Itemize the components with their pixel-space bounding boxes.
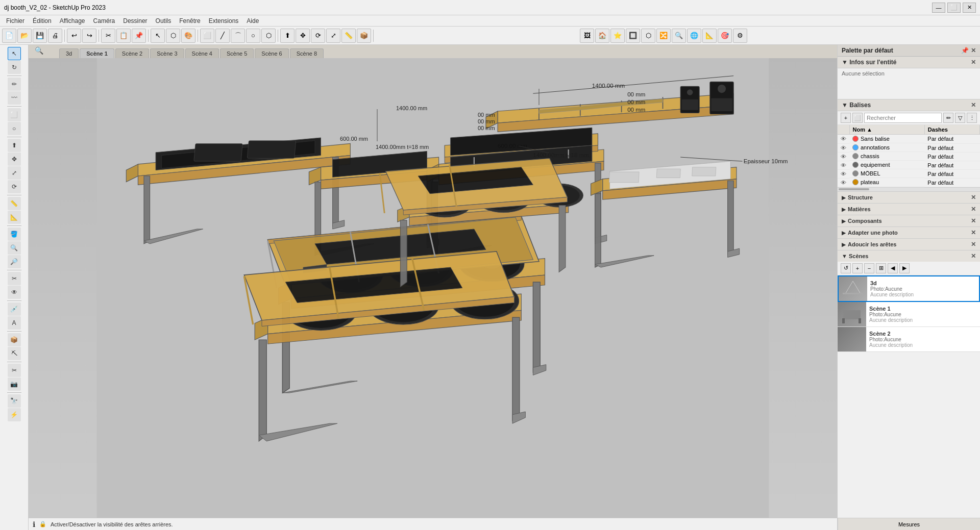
tab-scene8[interactable]: Scène 8 bbox=[290, 48, 324, 58]
menu-camera[interactable]: Caméra bbox=[89, 16, 119, 26]
balise-row-chassis[interactable]: 👁 chassis Par défaut bbox=[838, 152, 980, 161]
scale-button[interactable]: ⤢ bbox=[326, 29, 340, 43]
style-button-8[interactable]: 🌐 bbox=[687, 29, 701, 43]
scene-add-button[interactable]: + bbox=[852, 263, 863, 273]
eye-plateau[interactable]: 👁 bbox=[841, 180, 846, 186]
balise-search-input[interactable] bbox=[864, 113, 942, 123]
advanced-tool-1[interactable]: 🔭 bbox=[8, 394, 21, 408]
section-tool[interactable]: ✂ bbox=[8, 364, 21, 377]
structure-header[interactable]: ▶Structure ✕ bbox=[838, 192, 980, 203]
redo-button[interactable]: ↪ bbox=[82, 29, 96, 43]
scenes-header[interactable]: ▼ Scènes ✕ bbox=[838, 250, 980, 262]
balise-row-sans[interactable]: 👁 Sans balise Par défaut bbox=[838, 135, 980, 144]
pencil-tool[interactable]: ✏ bbox=[8, 78, 21, 91]
eraser-tool[interactable]: ✂ bbox=[8, 272, 21, 285]
paint-button[interactable]: 🎨 bbox=[181, 29, 195, 43]
scene-card-scene1[interactable]: Scène 1 Photo:Aucune Aucune description bbox=[838, 302, 980, 327]
minimize-button[interactable]: — bbox=[932, 3, 945, 13]
infos-close-icon[interactable]: ✕ bbox=[971, 59, 976, 66]
tab-scene5[interactable]: Scène 5 bbox=[220, 48, 254, 58]
scene-card-3d[interactable]: 3d Photo:Aucune Aucune description bbox=[838, 275, 980, 302]
balise-row-annotations[interactable]: 👁 annotations Par défaut bbox=[838, 143, 980, 152]
lock-icon[interactable]: 🔒 bbox=[39, 521, 46, 527]
photo-tool[interactable]: 📷 bbox=[8, 377, 21, 391]
structure-close-icon[interactable]: ✕ bbox=[971, 194, 976, 201]
line-button[interactable]: ╱ bbox=[215, 29, 230, 43]
viewport-search-icon[interactable]: 🔍 bbox=[35, 46, 43, 55]
scene-card-scene2[interactable]: Scène 2 Photo:Aucune Aucune description bbox=[838, 327, 980, 352]
balise-add-button[interactable]: + bbox=[841, 113, 851, 123]
adapter-photo-close-icon[interactable]: ✕ bbox=[971, 229, 976, 236]
tab-scene3[interactable]: Scène 3 bbox=[150, 48, 184, 58]
protractor-tool[interactable]: 📐 bbox=[8, 211, 21, 224]
col-eye[interactable] bbox=[838, 125, 849, 135]
tab-scene4[interactable]: Scène 4 bbox=[185, 48, 219, 58]
eye-equipement[interactable]: 👁 bbox=[841, 162, 846, 168]
col-nom[interactable]: Nom ▲ bbox=[849, 125, 924, 135]
advanced-tool-2[interactable]: ⚡ bbox=[8, 408, 21, 421]
tab-scene6[interactable]: Scène 6 bbox=[255, 48, 288, 58]
close-button[interactable]: ✕ bbox=[963, 3, 976, 13]
menu-affichage[interactable]: Affichage bbox=[56, 16, 89, 26]
matieres-header[interactable]: ▶Matières ✕ bbox=[838, 204, 980, 215]
undo-button[interactable]: ↩ bbox=[67, 29, 81, 43]
scene-remove-button[interactable]: − bbox=[864, 263, 874, 273]
menu-aide[interactable]: Aide bbox=[242, 16, 263, 26]
circle-button[interactable]: ○ bbox=[246, 29, 260, 43]
palette-pin-icon[interactable]: 📌 bbox=[961, 47, 969, 54]
menu-edition[interactable]: Édition bbox=[29, 16, 56, 26]
scene-refresh-button[interactable]: ↺ bbox=[841, 263, 851, 273]
tab-scene1[interactable]: Scène 1 bbox=[80, 48, 114, 58]
eye-mobel[interactable]: 👁 bbox=[841, 171, 846, 177]
balise-filter-button[interactable]: ▽ bbox=[955, 113, 965, 123]
style-button-7[interactable]: 🔍 bbox=[672, 29, 686, 43]
scene-right-button[interactable]: ▶ bbox=[899, 263, 910, 273]
maximize-button[interactable]: ⬜ bbox=[947, 3, 961, 13]
rect-button[interactable]: ⬜ bbox=[200, 29, 214, 43]
eye-annotations[interactable]: 👁 bbox=[841, 145, 846, 151]
balise-row-mobel[interactable]: 👁 MÖBEL Par défaut bbox=[838, 169, 980, 178]
polygon-button[interactable]: ⬡ bbox=[261, 29, 276, 43]
balise-row-plateau[interactable]: 👁 plateau Par défaut bbox=[838, 178, 980, 187]
menu-extensions[interactable]: Extensions bbox=[205, 16, 243, 26]
menu-dessiner[interactable]: Dessiner bbox=[119, 16, 151, 26]
matieres-close-icon[interactable]: ✕ bbox=[971, 206, 976, 213]
arc-tool[interactable]: 〰 bbox=[8, 91, 21, 105]
zoom-tool[interactable]: 🔍 bbox=[8, 241, 21, 255]
tape-tool[interactable]: 📏 bbox=[8, 197, 21, 210]
col-dashes[interactable]: Dashes bbox=[924, 125, 979, 135]
eye-chassis[interactable]: 👁 bbox=[841, 154, 846, 160]
infos-header[interactable]: ▼ Infos sur l'entité ✕ bbox=[838, 57, 980, 68]
component-button[interactable]: 📦 bbox=[357, 29, 371, 43]
hide-tool[interactable]: 👁 bbox=[8, 286, 21, 299]
component-tool[interactable]: 📦 bbox=[8, 333, 21, 346]
cut-button[interactable]: ✂ bbox=[101, 29, 115, 43]
pushpull-tool[interactable]: ⬆ bbox=[8, 139, 21, 152]
adoucir-header[interactable]: ▶Adoucir les arêtes ✕ bbox=[838, 239, 980, 250]
composants-close-icon[interactable]: ✕ bbox=[971, 217, 976, 224]
text-tool[interactable]: A bbox=[8, 316, 21, 330]
move-button[interactable]: ✥ bbox=[296, 29, 310, 43]
paint-tool[interactable]: 🪣 bbox=[8, 228, 21, 241]
pushpull-button[interactable]: ⬆ bbox=[280, 29, 295, 43]
style-button-2[interactable]: 🏠 bbox=[595, 29, 609, 43]
palette-close-icon[interactable]: ✕ bbox=[971, 47, 976, 54]
select-tool[interactable]: ↖ bbox=[8, 47, 21, 60]
zoom-window-tool[interactable]: 🔎 bbox=[8, 255, 21, 268]
style-button-9[interactable]: 📐 bbox=[702, 29, 717, 43]
balises-header[interactable]: ▼ Balises ✕ bbox=[838, 99, 980, 111]
orbit-tool[interactable]: ↻ bbox=[8, 61, 21, 74]
style-button-11[interactable]: ⚙ bbox=[733, 29, 747, 43]
menu-fichier[interactable]: Fichier bbox=[2, 16, 29, 26]
style-button-3[interactable]: ⭐ bbox=[610, 29, 625, 43]
tape-button[interactable]: 📏 bbox=[341, 29, 356, 43]
eraser-button[interactable]: ⬡ bbox=[166, 29, 180, 43]
style-button-10[interactable]: 🎯 bbox=[718, 29, 732, 43]
info-icon[interactable]: ℹ bbox=[33, 520, 35, 528]
mesures-button[interactable]: Mesures bbox=[838, 518, 980, 530]
menu-fenetre[interactable]: Fenêtre bbox=[175, 16, 204, 26]
rotate-button[interactable]: ⟳ bbox=[311, 29, 325, 43]
circle-tool[interactable]: ○ bbox=[8, 122, 21, 135]
scenes-close-icon[interactable]: ✕ bbox=[971, 253, 976, 260]
paste-button[interactable]: 📌 bbox=[132, 29, 146, 43]
